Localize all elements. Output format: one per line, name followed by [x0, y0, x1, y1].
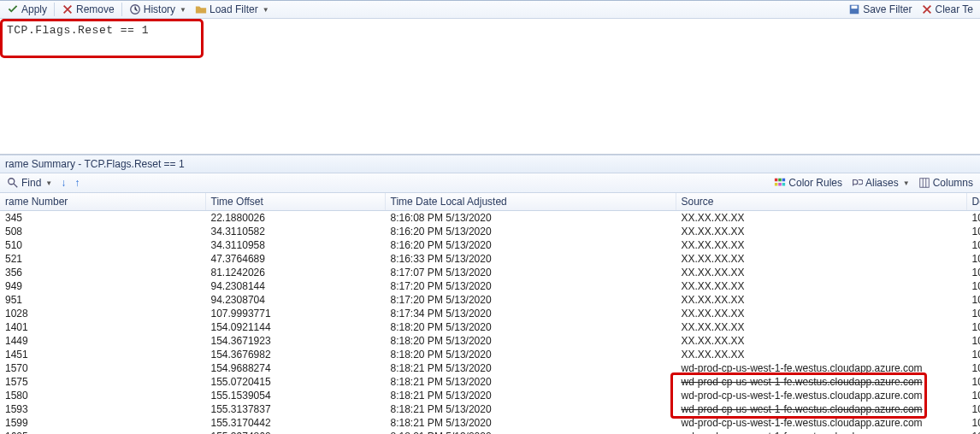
columns-icon	[918, 177, 930, 189]
cell-destination: 10.	[966, 225, 980, 238]
svg-rect-5	[775, 179, 778, 182]
frames-table[interactable]: rame Number Time Offset Time Date Local …	[0, 193, 980, 434]
remove-icon	[62, 3, 74, 15]
table-row[interactable]: 1605155.39748608:18:21 PM 5/13/2020wd-pr…	[0, 430, 980, 434]
table-row[interactable]: 1580155.15390548:18:21 PM 5/13/2020wd-pr…	[0, 389, 980, 402]
cell-time-date: 8:18:20 PM 5/13/2020	[385, 348, 676, 361]
find-dropdown[interactable]: Find ▼	[3, 177, 56, 189]
cell-time-date: 8:17:20 PM 5/13/2020	[385, 293, 676, 307]
cell-time-offset: 155.1539054	[205, 389, 385, 402]
filter-expression-area[interactable]: TCP.Flags.Reset == 1	[0, 19, 980, 155]
col-time-date[interactable]: Time Date Local Adjusted	[385, 193, 676, 211]
cell-time-offset: 155.0720415	[205, 375, 385, 389]
col-source[interactable]: Source	[676, 193, 966, 211]
filter-expression-text[interactable]: TCP.Flags.Reset == 1	[0, 19, 980, 42]
aliases-dropdown[interactable]: Aliases ▼	[847, 177, 913, 189]
cell-source: wd-prod-cp-us-west-1-fe.westus.cloudapp.…	[676, 416, 966, 430]
table-row[interactable]: 1028107.99937718:17:34 PM 5/13/2020XX.XX…	[0, 307, 980, 320]
cell-destination: 10.	[966, 320, 980, 334]
cell-frame-number: 521	[0, 252, 205, 266]
cell-frame-number: 1570	[0, 361, 205, 375]
aliases-label: Aliases	[865, 177, 899, 189]
cell-destination: 10.	[966, 402, 980, 416]
save-filter-button[interactable]: Save Filter	[845, 3, 915, 15]
table-row[interactable]: 51034.31109588:16:20 PM 5/13/2020XX.XX.X…	[0, 238, 980, 252]
cell-frame-number: 1593	[0, 402, 205, 416]
cell-source: XX.XX.XX.XX	[676, 211, 966, 226]
cell-frame-number: 1451	[0, 348, 205, 361]
cell-source: XX.XX.XX.XX	[676, 225, 966, 238]
color-rules-button[interactable]: Color Rules	[770, 177, 846, 189]
find-icon	[7, 177, 19, 189]
cell-time-date: 8:18:21 PM 5/13/2020	[385, 430, 676, 434]
cell-time-date: 8:16:20 PM 5/13/2020	[385, 238, 676, 252]
clear-text-button[interactable]: Clear Te	[918, 3, 977, 15]
find-next-button[interactable]: ↓	[57, 177, 69, 189]
cell-source: XX.XX.XX.XX	[676, 307, 966, 320]
cell-frame-number: 1401	[0, 320, 205, 334]
col-destination[interactable]: De	[966, 193, 980, 211]
toolbar-separator	[121, 3, 122, 16]
cell-source: XX.XX.XX.XX	[676, 266, 966, 279]
load-filter-icon	[195, 3, 207, 15]
table-row[interactable]: 52147.37646898:16:33 PM 5/13/2020XX.XX.X…	[0, 252, 980, 266]
table-row[interactable]: 1401154.09211448:18:20 PM 5/13/2020XX.XX…	[0, 320, 980, 334]
find-prev-button[interactable]: ↑	[71, 177, 83, 189]
cell-destination: 10.	[966, 375, 980, 389]
cell-frame-number: 1599	[0, 416, 205, 430]
cell-time-date: 8:16:20 PM 5/13/2020	[385, 225, 676, 238]
col-frame-number[interactable]: rame Number	[0, 193, 205, 211]
cell-frame-number: 510	[0, 238, 205, 252]
cell-source: wd-prod-cp-us-west-1-fe.westus.cloudapp.…	[676, 361, 966, 375]
chevron-down-icon: ▼	[903, 179, 910, 187]
table-row[interactable]: 1451154.36769828:18:20 PM 5/13/2020XX.XX…	[0, 348, 980, 361]
table-row[interactable]: 1599155.31704428:18:21 PM 5/13/2020wd-pr…	[0, 416, 980, 430]
table-row[interactable]: 34522.18800268:16:08 PM 5/13/2020XX.XX.X…	[0, 211, 980, 226]
cell-time-offset: 154.9688274	[205, 361, 385, 375]
cell-frame-number: 1575	[0, 375, 205, 389]
cell-frame-number: 1449	[0, 334, 205, 348]
cell-time-offset: 107.9993771	[205, 307, 385, 320]
frame-summary-title-filter: TCP.Flags.Reset == 1	[84, 158, 184, 170]
cell-time-date: 8:16:08 PM 5/13/2020	[385, 211, 676, 226]
table-row[interactable]: 1593155.31378378:18:21 PM 5/13/2020wd-pr…	[0, 402, 980, 416]
history-label: History	[144, 3, 175, 15]
cell-source: XX.XX.XX.XX	[676, 279, 966, 293]
cell-destination: 10.	[966, 361, 980, 375]
cell-frame-number: 951	[0, 293, 205, 307]
cell-destination: 10.	[966, 334, 980, 348]
table-row[interactable]: 94994.23081448:17:20 PM 5/13/2020XX.XX.X…	[0, 279, 980, 293]
cell-source: wd-prod-cp-us-west-1-fe.westus.cloudapp.…	[676, 389, 966, 402]
cell-time-offset: 154.3671923	[205, 334, 385, 348]
cell-source: XX.XX.XX.XX	[676, 252, 966, 266]
table-row[interactable]: 1570154.96882748:18:21 PM 5/13/2020wd-pr…	[0, 361, 980, 375]
load-filter-dropdown[interactable]: Load Filter ▼	[192, 3, 273, 15]
svg-line-4	[14, 184, 17, 187]
columns-dropdown[interactable]: Columns	[915, 177, 977, 189]
cell-destination: 10.	[966, 279, 980, 293]
apply-filter-button[interactable]: Apply	[3, 3, 50, 15]
table-row[interactable]: 50834.31105828:16:20 PM 5/13/2020XX.XX.X…	[0, 225, 980, 238]
cell-time-date: 8:17:34 PM 5/13/2020	[385, 307, 676, 320]
table-row[interactable]: 1449154.36719238:18:20 PM 5/13/2020XX.XX…	[0, 334, 980, 348]
cell-time-date: 8:18:21 PM 5/13/2020	[385, 375, 676, 389]
cell-time-offset: 155.3974860	[205, 430, 385, 434]
table-row[interactable]: 95194.23087048:17:20 PM 5/13/2020XX.XX.X…	[0, 293, 980, 307]
cell-time-date: 8:18:21 PM 5/13/2020	[385, 389, 676, 402]
cell-time-offset: 81.1242026	[205, 266, 385, 279]
svg-rect-7	[782, 179, 786, 182]
table-row[interactable]: 35681.12420268:17:07 PM 5/13/2020XX.XX.X…	[0, 266, 980, 279]
history-dropdown[interactable]: History ▼	[126, 3, 190, 15]
frame-summary-toolbar: Find ▼ ↓ ↑ Color Rules Aliases ▼ Columns	[0, 173, 980, 193]
cell-source: wd-prod-cp-us-west-1-fe.westus.cloudapp.…	[676, 430, 966, 434]
cell-destination: 10.	[966, 416, 980, 430]
table-row[interactable]: 1575155.07204158:18:21 PM 5/13/2020wd-pr…	[0, 375, 980, 389]
cell-destination: 10.	[966, 430, 980, 434]
svg-rect-8	[775, 183, 778, 186]
remove-filter-button[interactable]: Remove	[58, 3, 118, 15]
cell-destination: 10.	[966, 307, 980, 320]
chevron-down-icon: ▼	[180, 6, 186, 14]
cell-time-date: 8:16:33 PM 5/13/2020	[385, 252, 676, 266]
svg-rect-2	[852, 6, 858, 9]
col-time-offset[interactable]: Time Offset	[205, 193, 385, 211]
